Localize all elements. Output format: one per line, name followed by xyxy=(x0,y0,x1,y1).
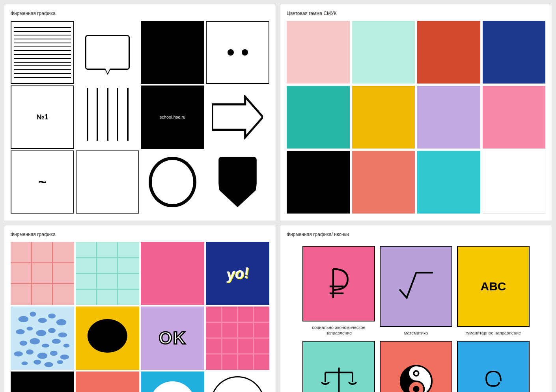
yellow-bubble-cell xyxy=(76,307,139,370)
arrow-cell xyxy=(206,85,269,149)
graphic-grid-1: №1 school.hse.ru ~ xyxy=(11,21,269,214)
svg-point-18 xyxy=(26,327,33,331)
panel-title-2: Цветовая гамма СМУК xyxy=(287,11,545,16)
empty-square-cell xyxy=(76,150,139,214)
dot-right xyxy=(242,49,248,56)
shield-shape xyxy=(218,157,257,207)
icon-cell-abc: ABC гуманитарное направление xyxy=(457,246,530,336)
pink-grid-overlay xyxy=(206,307,269,370)
svg-point-13 xyxy=(30,312,36,317)
sqrt-icon xyxy=(397,265,436,308)
svg-point-21 xyxy=(58,333,67,338)
swatch-7 xyxy=(417,86,480,149)
purple-ok-cell: OK xyxy=(141,307,204,370)
svg-point-33 xyxy=(34,360,41,365)
svg-point-28 xyxy=(26,349,34,355)
svg-point-34 xyxy=(44,362,53,367)
swatch-11 xyxy=(417,151,480,214)
vlines-cell xyxy=(76,85,139,149)
panel-top-left: Фирменная графика xyxy=(4,4,276,221)
swatch-5 xyxy=(287,86,350,149)
svg-point-36 xyxy=(88,319,127,353)
icon-cell-ruble: социально-экономическое направление xyxy=(302,246,375,336)
dots-eyes-cell xyxy=(206,21,269,84)
icon-cell-spiral: дизайн xyxy=(457,341,530,392)
pink-checker-cell xyxy=(206,307,269,370)
svg-point-19 xyxy=(36,330,46,336)
pink-bubble-cell xyxy=(141,242,204,305)
spiral-icon xyxy=(474,359,513,392)
svg-marker-0 xyxy=(212,97,263,137)
pink-speech-bubble-icon xyxy=(152,253,193,294)
svg-point-25 xyxy=(52,339,61,344)
leopard-cell xyxy=(11,307,74,370)
svg-point-29 xyxy=(37,353,48,359)
arrow-icon xyxy=(212,95,263,139)
yo-text: yo! xyxy=(226,264,250,283)
white-bubble-shape: #1 xyxy=(150,381,195,392)
school-url-text: school.hse.ru xyxy=(160,115,185,119)
icon-box-sqrt xyxy=(380,246,452,327)
pink-grid-lines xyxy=(11,242,74,305)
svg-point-32 xyxy=(22,362,28,366)
ok-outline-text: OK xyxy=(159,328,187,348)
panel-bottom-left: Фирменная графика xyxy=(4,225,276,392)
panel-title-1: Фирменная графика xyxy=(11,11,269,16)
swatch-6 xyxy=(352,86,415,149)
black-ok-cell: OK xyxy=(11,372,74,392)
vlines-pattern xyxy=(76,85,139,149)
svg-point-26 xyxy=(63,344,69,348)
svg-point-23 xyxy=(30,338,40,344)
abc-text: ABC xyxy=(481,280,506,293)
svg-point-31 xyxy=(60,355,69,360)
swatch-1 xyxy=(287,21,350,84)
icon-box-yinyang xyxy=(380,341,452,392)
icon-label-abc: гуманитарное направление xyxy=(466,330,521,336)
hlines-cell xyxy=(11,21,74,84)
icons-grid: социально-экономическое направление мате… xyxy=(287,242,545,392)
svg-point-20 xyxy=(48,328,56,333)
school-url-cell: school.hse.ru xyxy=(141,85,204,149)
svg-marker-11 xyxy=(166,284,179,290)
colored-graphic-grid: yo! xyxy=(11,242,269,392)
svg-point-53 xyxy=(414,386,418,391)
speech-bubble-icon xyxy=(85,35,130,70)
swatch-4 xyxy=(483,21,546,84)
yo-cell: yo! xyxy=(206,242,269,305)
swatch-3 xyxy=(417,21,480,84)
svg-point-15 xyxy=(48,314,56,319)
svg-point-27 xyxy=(14,351,22,357)
swatch-10 xyxy=(352,151,415,214)
hlines-pattern xyxy=(11,22,73,83)
svg-point-16 xyxy=(56,319,67,325)
swatch-8 xyxy=(483,86,546,149)
panel-title-3: Фирменная графика xyxy=(11,232,269,237)
tilde-cell: ~ xyxy=(11,150,74,214)
p-circle-cell: Я xyxy=(206,372,269,392)
svg-rect-10 xyxy=(154,257,191,284)
speech-bubble-cell xyxy=(76,21,139,84)
ruble-icon xyxy=(319,263,358,304)
svg-point-14 xyxy=(38,318,47,323)
svg-point-22 xyxy=(20,341,27,346)
icon-label-sqrt: математика xyxy=(404,330,428,336)
swatch-12 xyxy=(483,151,546,214)
icon-box-abc: ABC xyxy=(457,246,530,327)
mint-grid-lines xyxy=(76,242,139,305)
svg-point-30 xyxy=(50,351,58,356)
icon-box-spiral xyxy=(457,341,530,392)
panel-bottom-right: Фирменная графика/ иконки социально-экон… xyxy=(280,225,552,392)
svg-point-24 xyxy=(42,344,49,348)
svg-point-35 xyxy=(57,360,63,364)
dot-left xyxy=(228,49,234,56)
svg-point-12 xyxy=(19,316,29,322)
black-square-cell xyxy=(141,21,204,84)
pink-grid-cell xyxy=(11,242,74,305)
p-circle-shape: Я xyxy=(211,376,265,392)
color-palette-grid xyxy=(287,21,545,214)
icon-cell-sqrt: математика xyxy=(380,246,452,336)
mint-grid-cell xyxy=(76,242,139,305)
tilde-symbol: ~ xyxy=(38,174,47,190)
svg-point-52 xyxy=(414,371,418,376)
icon-box-scales xyxy=(302,341,375,392)
